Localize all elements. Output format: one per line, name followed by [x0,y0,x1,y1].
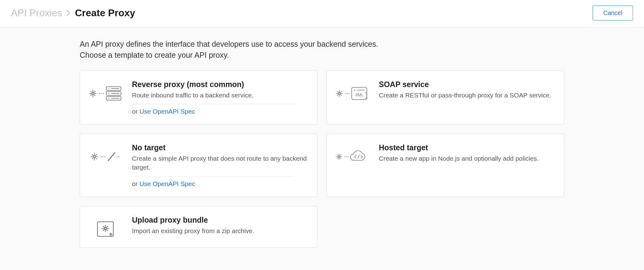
svg-point-6 [101,93,102,94]
no-target-icon [89,143,122,166]
svg-line-48 [358,155,359,159]
card-hosted-target[interactable]: Hosted target Create a new app in Node.j… [327,134,564,197]
chevron-right-icon [66,10,71,16]
svg-point-54 [104,228,106,229]
hosted-target-icon [335,143,369,166]
divider [132,176,294,177]
svg-point-4 [92,93,94,94]
main-area: An API proxy defines the interface that … [0,27,644,270]
card-link-row: or Use OpenAPI Spec [132,180,307,188]
svg-point-35 [103,156,104,157]
or-text: or [132,108,140,115]
card-desc: Import an existing proxy from a zip arch… [132,226,307,235]
svg-point-36 [104,156,105,157]
svg-point-21 [338,93,340,94]
svg-text:XML: XML [355,93,363,97]
intro-text: An API proxy defines the interface that … [80,38,564,61]
svg-point-23 [347,93,348,94]
card-title: SOAP service [379,80,554,89]
svg-point-33 [93,156,95,158]
breadcrumb-current: Create Proxy [75,7,135,19]
svg-point-46 [346,156,347,157]
svg-point-5 [99,93,100,94]
reverse-proxy-icon [89,80,122,103]
svg-point-7 [103,93,104,94]
card-link-row: or Use OpenAPI Spec [132,108,307,115]
use-openapi-link[interactable]: Use OpenAPI Spec [140,180,195,187]
breadcrumb-parent[interactable]: API Proxies [11,7,62,19]
card-title: Reverse proxy (most common) [132,80,307,89]
svg-point-26 [354,89,355,91]
divider [132,104,294,104]
use-openapi-link[interactable]: Use OpenAPI Spec [140,108,195,115]
svg-point-12 [108,93,109,94]
svg-point-45 [344,156,345,157]
card-upload-bundle[interactable]: Upload proxy bundle Import an existing p… [80,206,317,248]
svg-point-22 [345,93,346,94]
svg-line-37 [108,152,115,161]
svg-point-13 [108,98,109,99]
card-title: No target [132,143,307,152]
card-title: Upload proxy bundle [132,216,307,224]
card-title: Hosted target [379,143,554,152]
svg-point-11 [108,88,109,89]
card-no-target[interactable]: No target Create a simple API proxy that… [80,134,317,197]
intro-line-1: An API proxy defines the interface that … [80,40,378,48]
soap-service-icon: XML [335,80,369,103]
or-text: or [132,180,140,187]
cards-grid: Reverse proxy (most common) Route inboun… [80,71,564,248]
card-desc: Create a simple API proxy that does not … [132,154,307,172]
card-desc: Create a RESTful or pass-through proxy f… [379,91,554,100]
card-reverse-proxy[interactable]: Reverse proxy (most common) Route inboun… [80,71,317,125]
card-soap-service[interactable]: XML SOAP service Create a RESTful or pas… [327,71,564,125]
svg-point-47 [347,156,348,157]
svg-point-39 [119,156,119,157]
card-desc: Create a new app in Node.js and optional… [379,154,554,163]
page-header: API Proxies Create Proxy Cancel [0,0,644,27]
svg-point-38 [117,156,118,157]
intro-line-2: Choose a template to create your API pro… [80,51,229,59]
upload-bundle-icon [89,216,122,238]
svg-point-44 [338,156,340,157]
card-desc: Route inbound traffic to a backend servi… [132,91,307,100]
breadcrumb: API Proxies Create Proxy [11,7,135,19]
cancel-button[interactable]: Cancel [593,5,633,20]
svg-point-24 [349,93,349,94]
svg-point-34 [101,156,102,157]
